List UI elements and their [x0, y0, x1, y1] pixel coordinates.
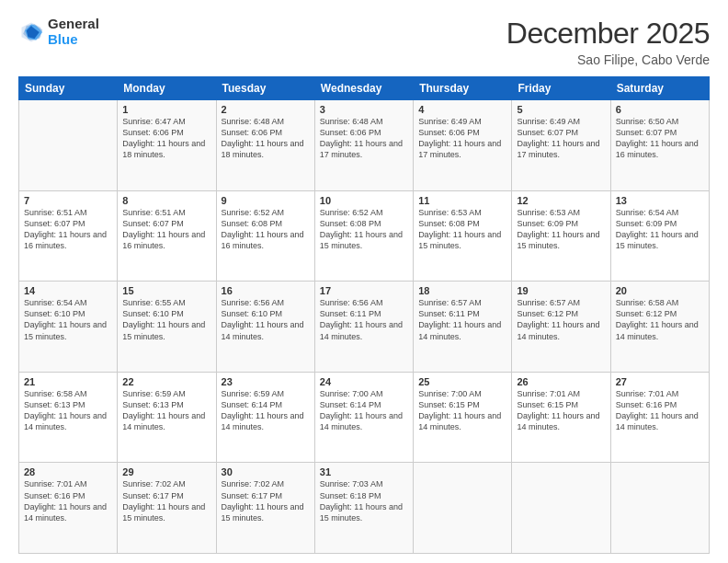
calendar-subtitle: Sao Filipe, Cabo Verde [506, 52, 710, 67]
day-number: 9 [222, 195, 310, 206]
day-number: 7 [24, 195, 112, 206]
day-info: Sunrise: 6:48 AM Sunset: 6:06 PM Dayligh… [222, 116, 310, 161]
calendar-cell: 21Sunrise: 6:58 AM Sunset: 6:13 PM Dayli… [19, 372, 118, 463]
day-info: Sunrise: 7:03 AM Sunset: 6:18 PM Dayligh… [320, 478, 408, 523]
calendar-cell: 9Sunrise: 6:52 AM Sunset: 6:08 PM Daylig… [216, 190, 314, 282]
day-number: 25 [418, 376, 506, 387]
day-info: Sunrise: 6:59 AM Sunset: 6:13 PM Dayligh… [122, 388, 210, 433]
col-thursday: Thursday [414, 77, 512, 100]
day-number: 21 [24, 376, 112, 387]
calendar-cell: 7Sunrise: 6:51 AM Sunset: 6:07 PM Daylig… [19, 190, 118, 282]
calendar-cell [414, 463, 512, 554]
calendar-table: Sunday Monday Tuesday Wednesday Thursday… [18, 76, 710, 554]
week-row-3: 21Sunrise: 6:58 AM Sunset: 6:13 PM Dayli… [19, 372, 710, 463]
calendar-cell: 26Sunrise: 7:01 AM Sunset: 6:15 PM Dayli… [512, 372, 610, 463]
calendar-cell: 29Sunrise: 7:02 AM Sunset: 6:17 PM Dayli… [118, 463, 216, 554]
calendar-cell: 10Sunrise: 6:52 AM Sunset: 6:08 PM Dayli… [314, 190, 413, 282]
col-saturday: Saturday [610, 77, 709, 100]
calendar-cell: 17Sunrise: 6:56 AM Sunset: 6:11 PM Dayli… [314, 282, 413, 373]
calendar-cell: 31Sunrise: 7:03 AM Sunset: 6:18 PM Dayli… [314, 463, 413, 554]
day-info: Sunrise: 6:53 AM Sunset: 6:08 PM Dayligh… [418, 207, 506, 252]
day-number: 29 [122, 466, 210, 477]
logo-text: General Blue [48, 17, 99, 47]
day-number: 1 [122, 104, 210, 115]
day-info: Sunrise: 6:55 AM Sunset: 6:10 PM Dayligh… [122, 297, 210, 342]
day-number: 10 [320, 195, 408, 206]
day-info: Sunrise: 6:58 AM Sunset: 6:12 PM Dayligh… [616, 297, 704, 342]
calendar-cell: 4Sunrise: 6:49 AM Sunset: 6:06 PM Daylig… [414, 100, 512, 191]
calendar-cell: 6Sunrise: 6:50 AM Sunset: 6:07 PM Daylig… [610, 100, 709, 191]
calendar-cell: 12Sunrise: 6:53 AM Sunset: 6:09 PM Dayli… [512, 190, 610, 282]
calendar-cell [610, 463, 709, 554]
calendar-cell: 3Sunrise: 6:48 AM Sunset: 6:06 PM Daylig… [314, 100, 413, 191]
day-info: Sunrise: 7:00 AM Sunset: 6:15 PM Dayligh… [418, 388, 506, 433]
day-info: Sunrise: 6:47 AM Sunset: 6:06 PM Dayligh… [122, 116, 210, 161]
day-number: 4 [418, 104, 506, 115]
day-number: 3 [320, 104, 408, 115]
header-row: Sunday Monday Tuesday Wednesday Thursday… [19, 77, 710, 100]
calendar-cell: 13Sunrise: 6:54 AM Sunset: 6:09 PM Dayli… [610, 190, 709, 282]
day-number: 30 [222, 466, 310, 477]
calendar-cell: 8Sunrise: 6:51 AM Sunset: 6:07 PM Daylig… [118, 190, 216, 282]
logo-icon [18, 19, 44, 45]
week-row-0: 1Sunrise: 6:47 AM Sunset: 6:06 PM Daylig… [19, 100, 710, 191]
day-info: Sunrise: 7:00 AM Sunset: 6:14 PM Dayligh… [320, 388, 408, 433]
col-wednesday: Wednesday [314, 77, 413, 100]
calendar-cell: 2Sunrise: 6:48 AM Sunset: 6:06 PM Daylig… [216, 100, 314, 191]
col-monday: Monday [118, 77, 216, 100]
day-number: 26 [517, 376, 605, 387]
day-info: Sunrise: 6:51 AM Sunset: 6:07 PM Dayligh… [24, 207, 112, 252]
day-number: 24 [320, 376, 408, 387]
calendar-cell: 16Sunrise: 6:56 AM Sunset: 6:10 PM Dayli… [216, 282, 314, 373]
day-info: Sunrise: 7:01 AM Sunset: 6:16 PM Dayligh… [24, 478, 112, 523]
day-info: Sunrise: 6:56 AM Sunset: 6:11 PM Dayligh… [320, 297, 408, 342]
day-number: 6 [616, 104, 704, 115]
week-row-4: 28Sunrise: 7:01 AM Sunset: 6:16 PM Dayli… [19, 463, 710, 554]
day-info: Sunrise: 7:01 AM Sunset: 6:15 PM Dayligh… [517, 388, 605, 433]
day-info: Sunrise: 6:57 AM Sunset: 6:11 PM Dayligh… [418, 297, 506, 342]
day-number: 15 [122, 285, 210, 296]
day-number: 28 [24, 466, 112, 477]
day-info: Sunrise: 6:51 AM Sunset: 6:07 PM Dayligh… [122, 207, 210, 252]
day-info: Sunrise: 7:02 AM Sunset: 6:17 PM Dayligh… [222, 478, 310, 523]
page: General Blue December 2025 Sao Filipe, C… [0, 0, 728, 563]
day-number: 12 [517, 195, 605, 206]
day-number: 11 [418, 195, 506, 206]
day-number: 27 [616, 376, 704, 387]
day-number: 16 [222, 285, 310, 296]
day-info: Sunrise: 6:49 AM Sunset: 6:07 PM Dayligh… [517, 116, 605, 161]
title-block: December 2025 Sao Filipe, Cabo Verde [506, 17, 710, 67]
day-info: Sunrise: 6:56 AM Sunset: 6:10 PM Dayligh… [222, 297, 310, 342]
day-info: Sunrise: 6:53 AM Sunset: 6:09 PM Dayligh… [517, 207, 605, 252]
calendar-cell: 28Sunrise: 7:01 AM Sunset: 6:16 PM Dayli… [19, 463, 118, 554]
day-number: 13 [616, 195, 704, 206]
logo-general-text: General [48, 17, 99, 32]
day-info: Sunrise: 7:01 AM Sunset: 6:16 PM Dayligh… [616, 388, 704, 433]
day-info: Sunrise: 6:57 AM Sunset: 6:12 PM Dayligh… [517, 297, 605, 342]
calendar-cell: 30Sunrise: 7:02 AM Sunset: 6:17 PM Dayli… [216, 463, 314, 554]
calendar-cell: 11Sunrise: 6:53 AM Sunset: 6:08 PM Dayli… [414, 190, 512, 282]
calendar-cell: 5Sunrise: 6:49 AM Sunset: 6:07 PM Daylig… [512, 100, 610, 191]
calendar-cell [19, 100, 118, 191]
week-row-2: 14Sunrise: 6:54 AM Sunset: 6:10 PM Dayli… [19, 282, 710, 373]
day-info: Sunrise: 6:59 AM Sunset: 6:14 PM Dayligh… [222, 388, 310, 433]
day-number: 31 [320, 466, 408, 477]
calendar-cell: 14Sunrise: 6:54 AM Sunset: 6:10 PM Dayli… [19, 282, 118, 373]
day-number: 5 [517, 104, 605, 115]
day-number: 23 [222, 376, 310, 387]
day-number: 17 [320, 285, 408, 296]
calendar-cell: 19Sunrise: 6:57 AM Sunset: 6:12 PM Dayli… [512, 282, 610, 373]
day-number: 19 [517, 285, 605, 296]
calendar-cell: 18Sunrise: 6:57 AM Sunset: 6:11 PM Dayli… [414, 282, 512, 373]
day-number: 20 [616, 285, 704, 296]
day-number: 2 [222, 104, 310, 115]
calendar-cell: 1Sunrise: 6:47 AM Sunset: 6:06 PM Daylig… [118, 100, 216, 191]
calendar-cell: 27Sunrise: 7:01 AM Sunset: 6:16 PM Dayli… [610, 372, 709, 463]
day-number: 8 [122, 195, 210, 206]
calendar-cell: 24Sunrise: 7:00 AM Sunset: 6:14 PM Dayli… [314, 372, 413, 463]
day-info: Sunrise: 6:52 AM Sunset: 6:08 PM Dayligh… [320, 207, 408, 252]
day-number: 22 [122, 376, 210, 387]
week-row-1: 7Sunrise: 6:51 AM Sunset: 6:07 PM Daylig… [19, 190, 710, 282]
calendar-cell: 15Sunrise: 6:55 AM Sunset: 6:10 PM Dayli… [118, 282, 216, 373]
calendar-cell: 23Sunrise: 6:59 AM Sunset: 6:14 PM Dayli… [216, 372, 314, 463]
